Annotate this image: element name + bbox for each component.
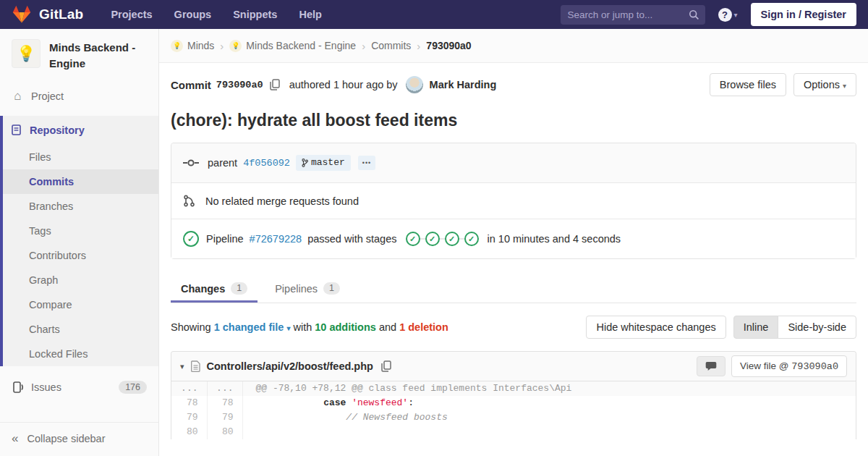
nav-link-snippets[interactable]: Snippets	[233, 9, 277, 20]
changed-files-dropdown[interactable]: 1 changed file ▾	[214, 321, 291, 333]
sidebar-project-header[interactable]: 💡 Minds Backend - Engine	[0, 29, 158, 80]
nav-link-help[interactable]: Help	[299, 9, 321, 20]
new-line-number[interactable]: 78	[207, 396, 242, 410]
chevron-right-icon: ›	[220, 40, 224, 52]
left-sidebar: 💡 Minds Backend - Engine ⌂ Project Repos…	[0, 29, 159, 456]
sidebar-item-repository[interactable]: Repository	[3, 116, 158, 145]
chevron-down-icon: ▾	[286, 324, 290, 332]
diff-file-box: ▾ Controllers/api/v2/boost/feed.php	[171, 351, 856, 439]
pipeline-stage-4[interactable]: ✓	[464, 232, 479, 246]
new-line-number[interactable]: 79	[207, 410, 242, 425]
pipeline-stage-3[interactable]: ✓	[445, 232, 459, 246]
options-dropdown-button[interactable]: Options▾	[793, 73, 856, 96]
project-avatar-small: 💡	[229, 40, 242, 52]
sidebar-item-tags[interactable]: Tags	[3, 219, 158, 243]
copy-icon	[381, 360, 391, 372]
old-line-number[interactable]: 78	[171, 396, 207, 410]
breadcrumb-project[interactable]: 💡 Minds Backend - Engine	[229, 40, 356, 52]
parent-sha-link[interactable]: 4f056092	[243, 158, 290, 169]
breadcrumb-commits[interactable]: Commits	[371, 40, 411, 51]
chevron-down-icon: ▾	[734, 11, 738, 19]
collapse-chevrons-icon: «	[12, 432, 18, 444]
sidebar-item-project[interactable]: ⌂ Project	[0, 80, 158, 112]
gitlab-tanuki-icon	[12, 5, 32, 24]
breadcrumb-minds[interactable]: 💡 Minds	[171, 40, 214, 52]
nav-link-projects[interactable]: Projects	[111, 9, 152, 20]
signin-register-button[interactable]: Sign in / Register	[751, 3, 856, 26]
diff-summary: Showing 1 changed file ▾ with 10 additio…	[171, 321, 448, 333]
old-line-number[interactable]: ...	[171, 381, 207, 396]
authored-text: authored 1 hour ago by	[289, 79, 398, 90]
sidebar-item-files[interactable]: Files	[3, 145, 158, 169]
diff-row: 79 79 // Newsfeed boosts	[171, 410, 856, 425]
toggle-comments-button[interactable]	[697, 356, 726, 376]
pipeline-status-icon[interactable]: ✓	[183, 231, 199, 247]
sidebar-item-charts[interactable]: Charts	[3, 317, 158, 342]
top-navbar: GitLab Projects Groups Snippets Help ? ▾…	[0, 0, 868, 29]
tab-changes[interactable]: Changes 1	[171, 275, 258, 303]
branch-badge[interactable]: master	[296, 155, 351, 171]
tab-pipelines[interactable]: Pipelines 1	[265, 275, 350, 303]
view-file-button[interactable]: View file @ 793090a0	[731, 355, 847, 377]
pipeline-stage-2[interactable]: ✓	[425, 232, 440, 246]
copy-commit-sha-button[interactable]	[268, 77, 281, 92]
hide-whitespace-button[interactable]: Hide whitespace changes	[586, 316, 726, 339]
search-input[interactable]	[561, 5, 705, 25]
help-menu[interactable]: ? ▾	[718, 8, 738, 22]
main-content: 💡 Minds › 💡 Minds Backend - Engine › Com…	[159, 29, 868, 456]
sidebar-item-compare[interactable]: Compare	[3, 292, 158, 317]
breadcrumb: 💡 Minds › 💡 Minds Backend - Engine › Com…	[159, 29, 868, 63]
copy-icon	[270, 79, 280, 90]
code-line: case 'newsfeed':	[242, 396, 856, 410]
browse-files-button[interactable]: Browse files	[710, 73, 786, 96]
pipelines-count-badge: 1	[323, 282, 340, 295]
merge-request-row: No related merge requests found	[171, 182, 856, 219]
hunk-header-text: @@ -78,10 +78,12 @@ class feed implement…	[242, 381, 856, 396]
side-by-side-view-button[interactable]: Side-by-side	[778, 316, 856, 339]
copy-file-path-button[interactable]	[380, 359, 393, 373]
branch-icon	[302, 159, 308, 167]
search-icon	[689, 9, 699, 23]
file-path-link[interactable]: Controllers/api/v2/boost/feed.php	[207, 360, 373, 372]
hunk-row: ... ... @@ -78,10 +78,12 @@ class feed i…	[171, 381, 856, 396]
nav-link-groups[interactable]: Groups	[174, 9, 212, 20]
stage-connector	[459, 238, 464, 240]
gitlab-home-link[interactable]: GitLab	[12, 5, 83, 24]
pipeline-stage-1[interactable]: ✓	[406, 232, 420, 246]
file-collapse-caret[interactable]: ▾	[180, 362, 184, 371]
sidebar-item-branches[interactable]: Branches	[3, 194, 158, 219]
expand-refs-button[interactable]: •••	[358, 156, 375, 170]
inline-view-button[interactable]: Inline	[733, 316, 779, 339]
old-line-number[interactable]: 80	[171, 425, 207, 439]
issues-count-badge: 176	[119, 381, 147, 394]
group-avatar: 💡	[171, 40, 183, 52]
sidebar-item-locked-files[interactable]: Locked Files	[3, 342, 158, 366]
author-avatar[interactable]	[406, 76, 423, 93]
commit-label: Commit	[171, 79, 211, 91]
search-box	[561, 5, 705, 25]
stage-connector	[440, 238, 445, 240]
sidebar-item-commits[interactable]: Commits	[3, 169, 158, 194]
sidebar-item-issues[interactable]: Issues 176	[0, 372, 158, 402]
pipeline-label: Pipeline	[206, 233, 244, 245]
commit-header: Commit 793090a0 authored 1 hour ago by M…	[159, 63, 868, 96]
pipeline-row: ✓ Pipeline #72679228 passed with stages …	[171, 219, 856, 258]
pipeline-id-link[interactable]: #72679228	[250, 233, 302, 245]
new-line-number[interactable]: 80	[207, 425, 242, 439]
collapse-sidebar-button[interactable]: « Collapse sidebar	[0, 422, 158, 456]
chevron-right-icon: ›	[362, 40, 365, 52]
code-line: // Newsfeed boosts	[242, 410, 856, 425]
old-line-number[interactable]: 79	[171, 410, 207, 425]
sidebar-item-contributors[interactable]: Contributors	[3, 243, 158, 268]
diff-controls-row: Showing 1 changed file ▾ with 10 additio…	[171, 316, 856, 339]
diff-table: ... ... @@ -78,10 +78,12 @@ class feed i…	[171, 381, 856, 439]
issues-icon	[12, 381, 24, 393]
question-icon: ?	[718, 8, 732, 22]
project-title: Minds Backend - Engine	[49, 39, 147, 72]
parent-label: parent	[208, 157, 237, 169]
brand-name: GitLab	[39, 7, 83, 22]
author-name-link[interactable]: Mark Harding	[430, 79, 497, 90]
breadcrumb-current-sha: 793090a0	[426, 40, 471, 51]
new-line-number[interactable]: ...	[207, 381, 242, 396]
sidebar-item-graph[interactable]: Graph	[3, 268, 158, 292]
